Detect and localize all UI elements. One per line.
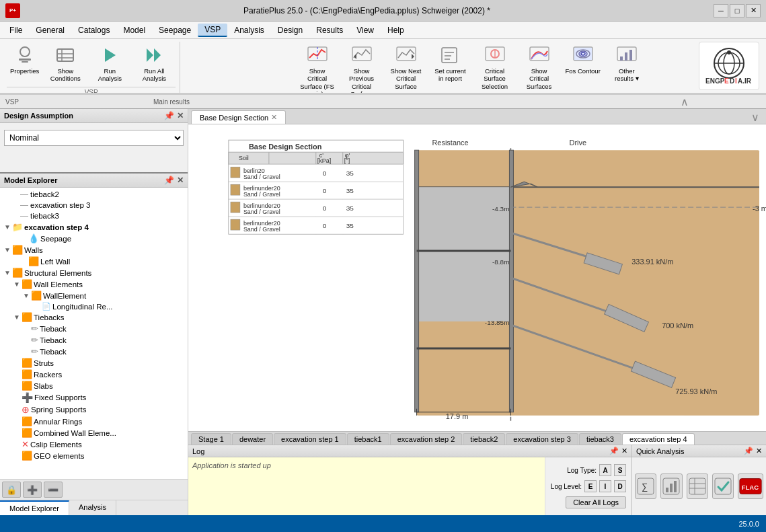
ribbon-btn-other-results[interactable]: Other results ▾ xyxy=(605,42,648,85)
tree-item-longitudinal[interactable]: 📄 Longitudinal Re... xyxy=(1,301,186,311)
ribbon-btn-show-previous[interactable]: Show Previous Critical Surface xyxy=(340,42,383,94)
ribbon-btn-run-analysis[interactable]: Run Analysis xyxy=(88,42,131,85)
tree-item-combined-wall[interactable]: 🟧 Combined Wall Eleme... xyxy=(1,427,186,439)
close-button[interactable]: ✕ xyxy=(746,4,761,17)
tree-toggle-tiebacks[interactable]: ▼ xyxy=(13,313,22,321)
ribbon-btn-run-all[interactable]: Run All Analysis xyxy=(132,42,176,85)
tree-item-tieback-2[interactable]: ✏ Tieback xyxy=(1,334,186,346)
ribbon-btn-cs-selection[interactable]: Critical Surface Selection xyxy=(473,42,516,93)
menu-vsp[interactable]: VSP xyxy=(198,24,227,37)
ribbon-btn-fos-contour[interactable]: Fos Contour xyxy=(562,42,604,77)
tree-item-fixed-supports[interactable]: ➕ Fixed Supports xyxy=(1,391,186,404)
close-qa-icon[interactable]: ✕ xyxy=(756,447,762,455)
ribbon-btn-show-next[interactable]: Show Next Critical Surface xyxy=(385,42,428,93)
qa-check-btn[interactable] xyxy=(712,473,734,499)
tree-toggle-walls[interactable]: ▼ xyxy=(4,246,12,254)
menu-catalogs[interactable]: Catalogs xyxy=(71,24,116,36)
tree-item-tieback3[interactable]: — tieback3 xyxy=(1,211,186,221)
menu-analysis[interactable]: Analysis xyxy=(227,24,271,36)
menu-model[interactable]: Model xyxy=(116,24,152,36)
ribbon-btn-show-conditions[interactable]: Show Conditions xyxy=(44,42,87,85)
svg-text:333.91 kN/m: 333.91 kN/m xyxy=(631,258,673,266)
menu-file[interactable]: File xyxy=(3,24,29,36)
btab-analysis[interactable]: Analysis xyxy=(69,500,116,515)
svg-text:∑: ∑ xyxy=(642,482,648,492)
qa-table-btn[interactable] xyxy=(687,473,708,499)
pin-me-icon[interactable]: 📌 xyxy=(164,176,174,185)
stab-excavation-step3[interactable]: excavation step 3 xyxy=(506,433,578,445)
tree-item-tieback2[interactable]: — tieback2 xyxy=(1,189,186,200)
stab-excavation-step4[interactable]: excavation step 4 xyxy=(622,433,695,445)
expand-panel-icon[interactable]: ∨ xyxy=(747,111,763,124)
design-assumption-select[interactable]: Nominal Design Characteristic xyxy=(4,130,184,146)
svg-text:700 kN/m: 700 kN/m xyxy=(662,321,693,330)
ribbon-btn-set-current[interactable]: Set current in report xyxy=(429,42,472,85)
stab-dewater[interactable]: dewater xyxy=(232,433,273,445)
close-da-icon[interactable]: ✕ xyxy=(177,111,184,120)
log-level-e-btn[interactable]: E xyxy=(584,480,597,492)
pin-icon[interactable]: 📌 xyxy=(164,111,174,120)
stab-excavation-step1[interactable]: excavation step 1 xyxy=(274,433,346,445)
tree-toggle-struct[interactable]: ▼ xyxy=(4,269,12,276)
menu-general[interactable]: General xyxy=(29,24,71,36)
ribbon-btn-properties[interactable]: Properties xyxy=(7,42,42,77)
clear-logs-button[interactable]: Clear All Logs xyxy=(566,496,626,508)
ctab-base-design-section[interactable]: Base Design Section ✕ xyxy=(191,110,286,124)
minimize-button[interactable]: ─ xyxy=(714,4,728,17)
tree-item-geo[interactable]: 🟧 GEO elements xyxy=(1,450,186,461)
log-level-i-btn[interactable]: I xyxy=(599,480,611,492)
collapse-ribbon-icon[interactable]: ∧ xyxy=(681,96,689,108)
tree-toggle-wall-el[interactable]: ▼ xyxy=(23,292,31,299)
log-level-d-btn[interactable]: D xyxy=(614,480,626,492)
maximize-button[interactable]: □ xyxy=(730,4,744,17)
tree-item-excavation-step3[interactable]: — excavation step 3 xyxy=(1,200,186,211)
tree-item-rackers[interactable]: 🟧 Rackers xyxy=(1,369,186,380)
ctab-close-icon[interactable]: ✕ xyxy=(271,113,277,122)
ribbon-btn-show-critical-fs[interactable]: Show Critical Surface (FS min) xyxy=(296,42,339,94)
remove-item-icon[interactable]: ➖ xyxy=(44,482,63,498)
tree-item-slabs[interactable]: 🟧 Slabs xyxy=(1,380,186,391)
pin-log-icon[interactable]: 📌 xyxy=(609,447,619,455)
menu-design[interactable]: Design xyxy=(271,24,309,36)
stab-tieback1[interactable]: tieback1 xyxy=(347,433,389,445)
menu-seepage[interactable]: Seepage xyxy=(152,24,198,36)
log-type-s-btn[interactable]: S xyxy=(614,464,626,476)
stab-tieback3[interactable]: tieback3 xyxy=(579,433,621,445)
log-type-a-btn[interactable]: A xyxy=(599,464,611,476)
stab-tieback2[interactable]: tieback2 xyxy=(463,433,505,445)
tree-item-wallelement[interactable]: ▼ 🟧 WallElement xyxy=(1,290,186,301)
design-assumption-header-icons: 📌 ✕ xyxy=(164,111,184,120)
tree-item-tiebacks[interactable]: ▼ 🟧 Tiebacks xyxy=(1,311,186,323)
ribbon-btn-show-critical-surfaces[interactable]: Show Critical Surfaces xyxy=(518,42,561,93)
stab-stage1[interactable]: Stage 1 xyxy=(191,433,231,445)
menu-results[interactable]: Results xyxy=(309,24,350,36)
tree-item-seepage[interactable]: 💧 Seepage xyxy=(1,233,186,244)
fos-contour-icon xyxy=(572,44,594,66)
tree-item-walls[interactable]: ▼ 🟧 Walls xyxy=(1,244,186,256)
lock-icon[interactable]: 🔒 xyxy=(2,482,21,498)
pin-qa-icon[interactable]: 📌 xyxy=(744,447,753,455)
tree-item-cslip[interactable]: ✕ Cslip Elements xyxy=(1,439,186,450)
svg-text:Base Design Section: Base Design Section xyxy=(249,143,322,151)
tree-item-excavation-step4[interactable]: ▼ 📁 excavation step 4 xyxy=(1,221,186,233)
qa-flac-btn[interactable]: FLAC xyxy=(738,473,763,499)
tree-item-annular-rings[interactable]: 🟧 Annular Rings xyxy=(1,416,186,427)
tree-item-spring-supports[interactable]: ⊕ Spring Supports xyxy=(1,404,186,416)
tree-toggle-exc4[interactable]: ▼ xyxy=(4,223,12,231)
tree-item-tieback-1[interactable]: ✏ Tieback xyxy=(1,323,186,334)
menu-view[interactable]: View xyxy=(350,24,381,36)
menu-help[interactable]: Help xyxy=(381,24,411,36)
tree-item-structural[interactable]: ▼ 🟧 Structural Elements xyxy=(1,267,186,278)
qa-calc-btn[interactable]: ∑ xyxy=(635,473,656,499)
close-me-icon[interactable]: ✕ xyxy=(177,176,184,185)
tree-item-left-wall[interactable]: 🟧 Left Wall xyxy=(1,256,186,267)
tree-item-wall-elements[interactable]: ▼ 🟧 Wall Elements xyxy=(1,278,186,290)
close-log-icon[interactable]: ✕ xyxy=(621,447,627,455)
btab-model-explorer[interactable]: Model Explorer xyxy=(0,500,69,515)
add-item-icon[interactable]: ➕ xyxy=(23,482,42,498)
tree-toggle-we[interactable]: ▼ xyxy=(13,280,22,288)
tree-item-struts[interactable]: 🟧 Struts xyxy=(1,357,186,369)
stab-excavation-step2[interactable]: excavation step 2 xyxy=(390,433,463,445)
qa-chart-btn[interactable] xyxy=(660,473,682,499)
tree-item-tieback-3[interactable]: ✏ Tieback xyxy=(1,346,186,357)
